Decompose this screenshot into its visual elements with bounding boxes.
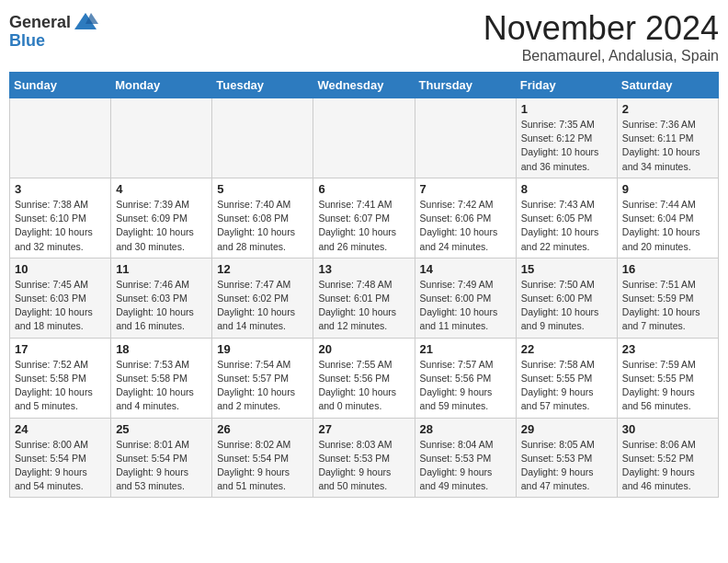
calendar-cell: 16Sunrise: 7:51 AM Sunset: 5:59 PM Dayli… <box>617 258 718 338</box>
cell-info: Sunrise: 7:49 AM Sunset: 6:00 PM Dayligh… <box>420 278 511 334</box>
calendar-cell: 26Sunrise: 8:02 AM Sunset: 5:54 PM Dayli… <box>212 418 313 498</box>
week-row-4: 17Sunrise: 7:52 AM Sunset: 5:58 PM Dayli… <box>10 338 719 418</box>
logo-icon <box>73 9 98 35</box>
week-row-1: 1Sunrise: 7:35 AM Sunset: 6:12 PM Daylig… <box>10 98 719 178</box>
location: Benamaurel, Andalusia, Spain <box>483 48 719 64</box>
calendar-cell: 30Sunrise: 8:06 AM Sunset: 5:52 PM Dayli… <box>617 418 718 498</box>
cell-info: Sunrise: 8:02 AM Sunset: 5:54 PM Dayligh… <box>217 438 308 494</box>
cell-info: Sunrise: 7:57 AM Sunset: 5:56 PM Dayligh… <box>420 358 511 414</box>
week-row-2: 3Sunrise: 7:38 AM Sunset: 6:10 PM Daylig… <box>10 178 719 258</box>
day-number: 12 <box>217 262 308 276</box>
day-number: 17 <box>15 342 106 356</box>
calendar-cell: 29Sunrise: 8:05 AM Sunset: 5:53 PM Dayli… <box>516 418 617 498</box>
calendar-cell: 17Sunrise: 7:52 AM Sunset: 5:58 PM Dayli… <box>10 338 111 418</box>
day-number: 1 <box>521 102 612 116</box>
cell-info: Sunrise: 7:47 AM Sunset: 6:02 PM Dayligh… <box>217 278 308 334</box>
cell-info: Sunrise: 8:00 AM Sunset: 5:54 PM Dayligh… <box>15 438 106 494</box>
day-number: 20 <box>318 342 409 356</box>
cell-info: Sunrise: 7:55 AM Sunset: 5:56 PM Dayligh… <box>318 358 409 414</box>
day-number: 6 <box>318 182 409 196</box>
page-header: General Blue November 2024 Benamaurel, A… <box>9 9 719 64</box>
week-row-5: 24Sunrise: 8:00 AM Sunset: 5:54 PM Dayli… <box>10 418 719 498</box>
cell-info: Sunrise: 8:01 AM Sunset: 5:54 PM Dayligh… <box>116 438 207 494</box>
weekday-header-saturday: Saturday <box>617 73 718 98</box>
calendar-cell: 22Sunrise: 7:58 AM Sunset: 5:55 PM Dayli… <box>516 338 617 418</box>
cell-info: Sunrise: 7:41 AM Sunset: 6:07 PM Dayligh… <box>318 198 409 254</box>
cell-info: Sunrise: 7:58 AM Sunset: 5:55 PM Dayligh… <box>521 358 612 414</box>
cell-info: Sunrise: 8:04 AM Sunset: 5:53 PM Dayligh… <box>420 438 511 494</box>
title-block: November 2024 Benamaurel, Andalusia, Spa… <box>483 9 719 64</box>
calendar-cell: 23Sunrise: 7:59 AM Sunset: 5:55 PM Dayli… <box>617 338 718 418</box>
calendar-cell: 2Sunrise: 7:36 AM Sunset: 6:11 PM Daylig… <box>617 98 718 178</box>
day-number: 25 <box>116 422 207 436</box>
day-number: 16 <box>622 262 713 276</box>
day-number: 19 <box>217 342 308 356</box>
cell-info: Sunrise: 7:46 AM Sunset: 6:03 PM Dayligh… <box>116 278 207 334</box>
weekday-header-sunday: Sunday <box>10 73 111 98</box>
day-number: 11 <box>116 262 207 276</box>
cell-info: Sunrise: 7:43 AM Sunset: 6:05 PM Dayligh… <box>521 198 612 254</box>
day-number: 8 <box>521 182 612 196</box>
day-number: 2 <box>622 102 713 116</box>
calendar-cell: 21Sunrise: 7:57 AM Sunset: 5:56 PM Dayli… <box>415 338 516 418</box>
calendar-cell <box>111 98 212 178</box>
calendar-cell: 12Sunrise: 7:47 AM Sunset: 6:02 PM Dayli… <box>212 258 313 338</box>
cell-info: Sunrise: 7:45 AM Sunset: 6:03 PM Dayligh… <box>15 278 106 334</box>
weekday-header-wednesday: Wednesday <box>313 73 415 98</box>
calendar-cell: 3Sunrise: 7:38 AM Sunset: 6:10 PM Daylig… <box>10 178 111 258</box>
calendar-table: SundayMondayTuesdayWednesdayThursdayFrid… <box>9 72 719 498</box>
cell-info: Sunrise: 7:59 AM Sunset: 5:55 PM Dayligh… <box>622 358 713 414</box>
weekday-header-monday: Monday <box>111 73 212 98</box>
calendar-cell: 8Sunrise: 7:43 AM Sunset: 6:05 PM Daylig… <box>516 178 617 258</box>
day-number: 22 <box>521 342 612 356</box>
cell-info: Sunrise: 8:03 AM Sunset: 5:53 PM Dayligh… <box>318 438 409 494</box>
day-number: 9 <box>622 182 713 196</box>
calendar-cell: 1Sunrise: 7:35 AM Sunset: 6:12 PM Daylig… <box>516 98 617 178</box>
calendar-cell <box>313 98 415 178</box>
cell-info: Sunrise: 8:05 AM Sunset: 5:53 PM Dayligh… <box>521 438 612 494</box>
cell-info: Sunrise: 7:53 AM Sunset: 5:58 PM Dayligh… <box>116 358 207 414</box>
calendar-cell <box>10 98 111 178</box>
weekday-header-thursday: Thursday <box>415 73 516 98</box>
day-number: 7 <box>420 182 511 196</box>
day-number: 5 <box>217 182 308 196</box>
day-number: 14 <box>420 262 511 276</box>
calendar-cell: 18Sunrise: 7:53 AM Sunset: 5:58 PM Dayli… <box>111 338 212 418</box>
calendar-cell: 5Sunrise: 7:40 AM Sunset: 6:08 PM Daylig… <box>212 178 313 258</box>
calendar-cell: 28Sunrise: 8:04 AM Sunset: 5:53 PM Dayli… <box>415 418 516 498</box>
day-number: 26 <box>217 422 308 436</box>
day-number: 23 <box>622 342 713 356</box>
calendar-cell: 4Sunrise: 7:39 AM Sunset: 6:09 PM Daylig… <box>111 178 212 258</box>
cell-info: Sunrise: 7:44 AM Sunset: 6:04 PM Dayligh… <box>622 198 713 254</box>
day-number: 10 <box>15 262 106 276</box>
calendar-cell: 27Sunrise: 8:03 AM Sunset: 5:53 PM Dayli… <box>313 418 415 498</box>
cell-info: Sunrise: 7:42 AM Sunset: 6:06 PM Dayligh… <box>420 198 511 254</box>
day-number: 21 <box>420 342 511 356</box>
cell-info: Sunrise: 7:52 AM Sunset: 5:58 PM Dayligh… <box>15 358 106 414</box>
logo: General Blue <box>9 9 98 51</box>
day-number: 27 <box>318 422 409 436</box>
day-number: 3 <box>15 182 106 196</box>
day-number: 30 <box>622 422 713 436</box>
cell-info: Sunrise: 7:50 AM Sunset: 6:00 PM Dayligh… <box>521 278 612 334</box>
calendar-cell: 20Sunrise: 7:55 AM Sunset: 5:56 PM Dayli… <box>313 338 415 418</box>
calendar-cell: 10Sunrise: 7:45 AM Sunset: 6:03 PM Dayli… <box>10 258 111 338</box>
cell-info: Sunrise: 7:36 AM Sunset: 6:11 PM Dayligh… <box>622 118 713 174</box>
calendar-cell: 6Sunrise: 7:41 AM Sunset: 6:07 PM Daylig… <box>313 178 415 258</box>
calendar-cell: 25Sunrise: 8:01 AM Sunset: 5:54 PM Dayli… <box>111 418 212 498</box>
calendar-cell: 13Sunrise: 7:48 AM Sunset: 6:01 PM Dayli… <box>313 258 415 338</box>
day-number: 24 <box>15 422 106 436</box>
cell-info: Sunrise: 7:35 AM Sunset: 6:12 PM Dayligh… <box>521 118 612 174</box>
cell-info: Sunrise: 8:06 AM Sunset: 5:52 PM Dayligh… <box>622 438 713 494</box>
cell-info: Sunrise: 7:48 AM Sunset: 6:01 PM Dayligh… <box>318 278 409 334</box>
day-number: 18 <box>116 342 207 356</box>
day-number: 28 <box>420 422 511 436</box>
calendar-cell <box>212 98 313 178</box>
weekday-header-row: SundayMondayTuesdayWednesdayThursdayFrid… <box>10 73 719 98</box>
weekday-header-tuesday: Tuesday <box>212 73 313 98</box>
cell-info: Sunrise: 7:54 AM Sunset: 5:57 PM Dayligh… <box>217 358 308 414</box>
calendar-cell: 15Sunrise: 7:50 AM Sunset: 6:00 PM Dayli… <box>516 258 617 338</box>
calendar-cell: 19Sunrise: 7:54 AM Sunset: 5:57 PM Dayli… <box>212 338 313 418</box>
day-number: 13 <box>318 262 409 276</box>
cell-info: Sunrise: 7:40 AM Sunset: 6:08 PM Dayligh… <box>217 198 308 254</box>
